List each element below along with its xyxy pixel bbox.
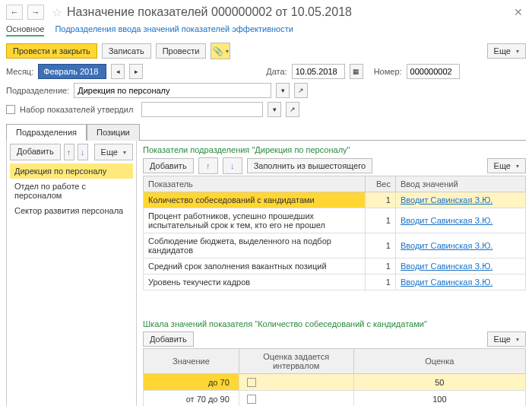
forward-button[interactable]: →: [27, 5, 44, 20]
cell-value: от 70 до 90: [144, 391, 239, 406]
cell-interval[interactable]: [239, 374, 353, 391]
post-and-close-button[interactable]: Провести и закрыть: [6, 43, 97, 59]
cell-value: до 70: [144, 374, 239, 391]
table-row[interactable]: до 7050: [144, 374, 526, 391]
link-subsections[interactable]: Подразделения ввода значений показателей…: [55, 24, 293, 36]
tab-main[interactable]: Основное: [6, 24, 44, 36]
col-weight[interactable]: Вес: [365, 176, 395, 192]
cell-indicator: Процент работников, успешно прошедших ис…: [144, 208, 366, 233]
input-link[interactable]: Вводит Савинская З.Ю.: [401, 241, 492, 250]
more-button[interactable]: Еще▾: [487, 43, 526, 59]
post-button[interactable]: Провести: [156, 43, 207, 59]
save-button[interactable]: Записать: [102, 43, 151, 59]
table-row[interactable]: Количество собеседований с кандидатами1В…: [144, 192, 526, 208]
month-next-button[interactable]: ▸: [129, 64, 143, 79]
ind-move-up-button[interactable]: ↑: [198, 157, 218, 174]
department-label: Подразделение:: [6, 86, 69, 95]
cell-input: Вводит Савинская З.Ю.: [395, 259, 525, 274]
dept-more-button[interactable]: Еще▾: [94, 144, 133, 160]
dept-item[interactable]: Отдел по работе с персоналом: [10, 179, 133, 203]
cell-indicator: Количество собеседований с кандидатами: [144, 192, 366, 208]
back-button[interactable]: ←: [6, 5, 23, 20]
date-label: Дата:: [266, 67, 287, 76]
ind-add-button[interactable]: Добавить: [143, 158, 194, 173]
ind-move-down-button[interactable]: ↓: [223, 157, 242, 174]
col-interval[interactable]: Оценка задается интервалом: [239, 349, 353, 374]
cell-weight: 1: [365, 208, 395, 233]
scale-title: Шкала значений показателя "Количество со…: [143, 319, 526, 328]
attach-button[interactable]: 📎▾: [211, 43, 230, 59]
approved-checkbox[interactable]: [6, 105, 15, 114]
dept-item[interactable]: Дирекция по персоналу: [10, 163, 133, 179]
table-row[interactable]: от 70 до 90100: [144, 391, 526, 406]
cell-indicator: Средний срок заполнения вакантных позици…: [144, 259, 366, 274]
approved-label: Набор показателей утвердил: [20, 105, 133, 114]
scale-table: Значение Оценка задается интервалом Оцен…: [143, 348, 526, 406]
col-indicator[interactable]: Показатель: [144, 176, 366, 192]
department-dropdown-button[interactable]: ▾: [276, 83, 290, 98]
approved-open-button[interactable]: ↗: [286, 102, 299, 117]
cell-input: Вводит Савинская З.Ю.: [395, 233, 525, 259]
cell-weight: 1: [365, 192, 395, 208]
cell-input: Вводит Савинская З.Ю.: [395, 274, 525, 290]
month-input[interactable]: Февраль 2018: [38, 64, 106, 79]
cell-indicator: Соблюдение бюджета, выделенного на подбо…: [144, 233, 366, 259]
number-input[interactable]: [407, 64, 460, 79]
table-row[interactable]: Соблюдение бюджета, выделенного на подбо…: [144, 233, 526, 259]
cell-score: 50: [353, 374, 525, 391]
tab-positions[interactable]: Позиции: [87, 124, 140, 141]
col-score[interactable]: Оценка: [353, 349, 525, 374]
dept-move-up-button[interactable]: ↑: [64, 144, 74, 160]
cell-weight: 1: [365, 259, 395, 274]
col-input[interactable]: Ввод значений: [395, 176, 525, 192]
favorite-icon[interactable]: ☆: [52, 5, 62, 20]
indicators-table: Показатель Вес Ввод значений Количество …: [143, 176, 526, 290]
input-link[interactable]: Вводит Савинская З.Ю.: [401, 278, 492, 287]
approved-dropdown-button[interactable]: ▾: [268, 102, 281, 117]
table-row[interactable]: Уровень текучести кадров1Вводит Савинска…: [144, 274, 526, 290]
cell-indicator: Уровень текучести кадров: [144, 274, 366, 290]
page-title: Назначение показателей 000000002 от 10.0…: [67, 5, 352, 19]
cell-weight: 1: [365, 233, 395, 259]
cell-score: 100: [353, 391, 525, 406]
cell-weight: 1: [365, 274, 395, 290]
close-icon[interactable]: ✕: [511, 6, 526, 18]
date-picker-button[interactable]: ▦: [350, 64, 363, 79]
department-open-button[interactable]: ↗: [294, 83, 308, 98]
month-prev-button[interactable]: ◂: [111, 64, 125, 79]
ind-fill-button[interactable]: Заполнить из вышестоящего: [247, 158, 372, 173]
input-link[interactable]: Вводит Савинская З.Ю.: [401, 262, 492, 271]
input-link[interactable]: Вводит Савинская З.Ю.: [401, 195, 492, 205]
interval-checkbox[interactable]: [247, 395, 256, 404]
cell-input: Вводит Савинская З.Ю.: [395, 208, 525, 233]
dept-item[interactable]: Сектор развития персонала: [10, 203, 133, 218]
input-link[interactable]: Вводит Савинская З.Ю.: [401, 216, 492, 225]
number-label: Номер:: [374, 67, 402, 76]
dept-add-button[interactable]: Добавить: [10, 144, 61, 160]
cell-input: Вводит Савинская З.Ю.: [395, 192, 525, 208]
col-value[interactable]: Значение: [144, 349, 239, 374]
ind-more-button[interactable]: Еще▾: [487, 158, 526, 173]
scale-add-button[interactable]: Добавить: [143, 331, 194, 347]
month-label: Месяц:: [6, 67, 33, 76]
indicators-title: Показатели подразделения "Дирекция по пе…: [143, 145, 526, 154]
date-input[interactable]: [292, 64, 345, 79]
interval-checkbox[interactable]: [247, 378, 256, 387]
table-row[interactable]: Средний срок заполнения вакантных позици…: [144, 259, 526, 274]
cell-interval[interactable]: [239, 391, 353, 406]
tab-departments[interactable]: Подразделения: [6, 124, 87, 141]
table-row[interactable]: Процент работников, успешно прошедших ис…: [144, 208, 526, 233]
approved-by-input[interactable]: [141, 102, 263, 117]
dept-move-down-button[interactable]: ↓: [78, 144, 88, 160]
department-input[interactable]: [74, 83, 271, 98]
scale-more-button[interactable]: Еще▾: [487, 331, 526, 347]
